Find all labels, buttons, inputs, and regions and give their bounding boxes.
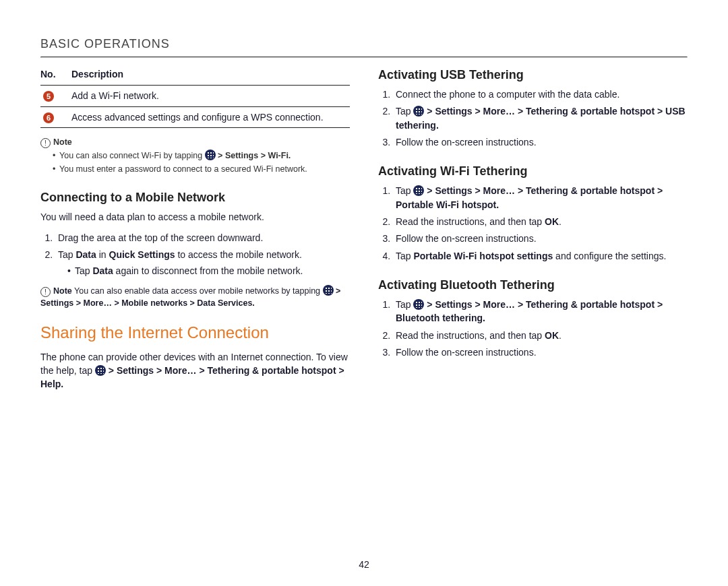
section-heading: Activating USB Tethering bbox=[378, 66, 688, 84]
page-number: 42 bbox=[40, 551, 688, 586]
apps-icon bbox=[413, 106, 424, 117]
page-header: BASIC OPERATIONS bbox=[40, 37, 688, 57]
steps-list: Tap > Settings > More… > Tethering & por… bbox=[378, 298, 688, 359]
inline-note: !Note You can also enable data access ov… bbox=[40, 285, 350, 309]
step: Drag the area at the top of the screen d… bbox=[55, 231, 350, 245]
apps-icon bbox=[95, 365, 106, 376]
info-icon: ! bbox=[40, 287, 51, 297]
note-item: You must enter a password to connect to … bbox=[53, 163, 350, 175]
table-head-desc: Description bbox=[71, 63, 350, 86]
sub-list: Tap Data again to disconnect from the mo… bbox=[58, 264, 350, 278]
section-heading: Activating Bluetooth Tethering bbox=[378, 276, 688, 294]
sharing-intro: The phone can provide other devices with… bbox=[40, 350, 350, 391]
row-desc: Add a Wi-Fi network. bbox=[71, 86, 350, 106]
steps-list: Drag the area at the top of the screen d… bbox=[40, 231, 350, 278]
apps-icon bbox=[205, 150, 216, 160]
info-icon: ! bbox=[40, 138, 51, 148]
right-column: Activating USB Tethering Connect the pho… bbox=[378, 63, 688, 551]
row-number-icon: 6 bbox=[43, 112, 54, 123]
columns: No. Description 5 Add a Wi-Fi network. 6… bbox=[40, 63, 688, 551]
steps-list: Tap > Settings > More… > Tethering & por… bbox=[378, 184, 688, 262]
step: Follow the on-screen instructions. bbox=[393, 346, 688, 359]
row-desc: Access advanced settings and configure a… bbox=[71, 106, 350, 127]
left-column: No. Description 5 Add a Wi-Fi network. 6… bbox=[40, 63, 350, 551]
note-item: You can also connect Wi-Fi by tapping > … bbox=[53, 150, 350, 162]
step: Tap > Settings > More… > Tethering & por… bbox=[393, 298, 688, 325]
table-row: 5 Add a Wi-Fi network. bbox=[40, 86, 350, 106]
section-heading: Connecting to a Mobile Network bbox=[40, 189, 350, 206]
step: Tap Portable Wi-Fi hotspot settings and … bbox=[393, 249, 688, 263]
step: Tap > Settings > More… > Tethering & por… bbox=[393, 104, 688, 132]
step: Read the instructions, and then tap OK. bbox=[393, 215, 688, 228]
step: Follow the on-screen instructions. bbox=[393, 232, 688, 245]
apps-icon bbox=[323, 285, 334, 296]
description-table: No. Description 5 Add a Wi-Fi network. 6… bbox=[40, 63, 350, 128]
section-intro: You will need a data plan to access a mo… bbox=[40, 210, 350, 224]
step: Connect the phone to a computer with the… bbox=[393, 88, 688, 101]
apps-icon bbox=[413, 185, 424, 196]
main-heading: Sharing the Internet Connection bbox=[40, 321, 350, 345]
row-number-icon: 5 bbox=[43, 91, 54, 102]
page-container: BASIC OPERATIONS No. Description 5 Add a… bbox=[0, 0, 728, 586]
header-rule bbox=[40, 57, 688, 58]
note-block: !Note You can also connect Wi-Fi by tapp… bbox=[40, 136, 350, 175]
steps-list: Connect the phone to a computer with the… bbox=[378, 88, 688, 149]
table-head-no: No. bbox=[40, 63, 71, 86]
table-row: 6 Access advanced settings and configure… bbox=[40, 106, 350, 127]
step: Read the instructions, and then tap OK. bbox=[393, 329, 688, 342]
note-label: Note bbox=[53, 137, 72, 147]
step: Follow the on-screen instructions. bbox=[393, 135, 688, 149]
step: Tap Data in Quick Settings to access the… bbox=[55, 248, 350, 278]
section-heading: Activating Wi-Fi Tethering bbox=[378, 162, 688, 180]
sub-item: Tap Data again to disconnect from the mo… bbox=[67, 264, 350, 278]
apps-icon bbox=[413, 299, 424, 310]
step: Tap > Settings > More… > Tethering & por… bbox=[393, 184, 688, 211]
note-list: You can also connect Wi-Fi by tapping > … bbox=[53, 150, 350, 175]
